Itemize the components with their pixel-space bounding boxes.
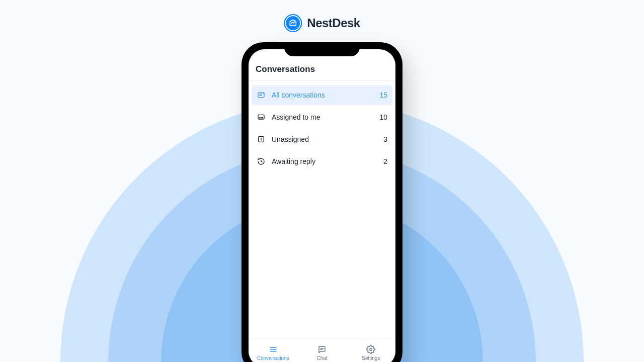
chat-icon bbox=[317, 345, 327, 354]
filter-count: 10 bbox=[379, 113, 387, 121]
nav-chat[interactable]: Chat bbox=[297, 338, 346, 362]
svg-point-7 bbox=[262, 118, 263, 118]
svg-point-16 bbox=[370, 348, 372, 350]
phone-notch bbox=[284, 42, 360, 56]
filter-awaiting-reply[interactable]: Awaiting reply 2 bbox=[252, 151, 392, 171]
brand-icon bbox=[284, 14, 302, 32]
svg-rect-4 bbox=[258, 115, 264, 119]
filter-count: 2 bbox=[383, 157, 387, 165]
svg-point-6 bbox=[261, 118, 261, 118]
svg-point-10 bbox=[261, 140, 261, 141]
filter-label: All conversations bbox=[272, 91, 373, 99]
nav-conversations[interactable]: Conversations bbox=[249, 338, 297, 362]
phone-mockup: Conversations All conversations 15 bbox=[242, 42, 403, 362]
brand-logo: NestDesk bbox=[284, 14, 360, 32]
svg-point-3 bbox=[263, 93, 264, 94]
app-screen: Conversations All conversations 15 bbox=[249, 49, 395, 362]
awaiting-icon bbox=[257, 157, 266, 165]
page-title: Conversations bbox=[256, 64, 388, 74]
svg-point-5 bbox=[260, 118, 260, 118]
filter-unassigned[interactable]: Unassigned 3 bbox=[252, 129, 392, 149]
nav-label: Chat bbox=[316, 355, 327, 361]
bottom-nav: Conversations Chat Settings bbox=[249, 338, 395, 362]
filter-label: Unassigned bbox=[272, 135, 377, 143]
settings-icon bbox=[366, 345, 375, 354]
menu-icon bbox=[269, 345, 278, 354]
filter-count: 15 bbox=[379, 91, 387, 99]
filter-all-conversations[interactable]: All conversations 15 bbox=[252, 85, 392, 105]
filter-label: Awaiting reply bbox=[272, 157, 377, 165]
filter-assigned-to-me[interactable]: Assigned to me 10 bbox=[252, 107, 392, 127]
inbox-all-icon bbox=[257, 91, 266, 99]
assigned-icon bbox=[257, 113, 266, 121]
nav-label: Settings bbox=[362, 355, 380, 361]
brand-name: NestDesk bbox=[307, 16, 360, 30]
filter-list: All conversations 15 Assigned to me 10 bbox=[249, 81, 395, 338]
filter-count: 3 bbox=[383, 135, 387, 143]
unassigned-icon bbox=[257, 135, 266, 143]
nav-label: Conversations bbox=[257, 355, 289, 361]
filter-label: Assigned to me bbox=[272, 113, 373, 121]
nav-settings[interactable]: Settings bbox=[347, 338, 395, 362]
